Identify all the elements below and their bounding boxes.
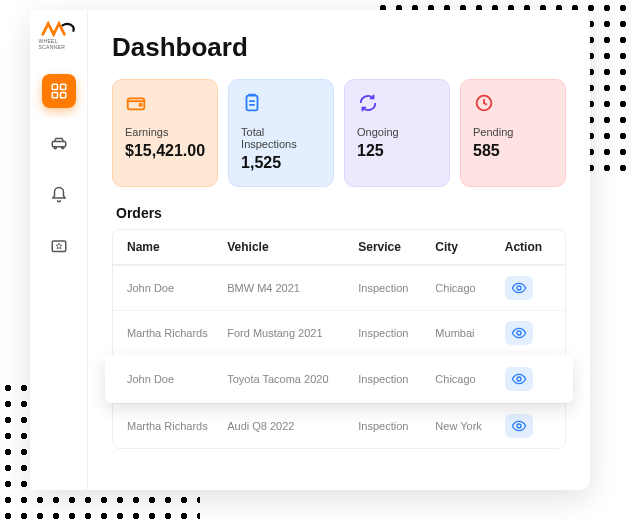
svg-point-12	[517, 286, 521, 290]
svg-rect-10	[247, 96, 258, 111]
svg-point-9	[139, 104, 141, 106]
svg-point-14	[517, 377, 521, 381]
svg-rect-2	[52, 93, 57, 98]
cell-city: Chicago	[435, 373, 504, 385]
cell-service: Inspection	[358, 420, 435, 432]
car-icon	[50, 134, 68, 152]
view-button[interactable]	[505, 321, 533, 345]
nav-dashboard[interactable]	[42, 74, 76, 108]
col-service: Service	[358, 240, 435, 254]
refresh-icon	[357, 92, 379, 114]
svg-point-15	[517, 424, 521, 428]
card-label: Earnings	[125, 126, 205, 138]
svg-rect-1	[60, 84, 65, 89]
card-earnings[interactable]: Earnings $15,421.00	[112, 79, 218, 187]
cell-vehicle: BMW M4 2021	[227, 282, 358, 294]
orders-table: Name Vehicle Service City Action John Do…	[112, 229, 566, 449]
stat-cards: Earnings $15,421.00 Total Inspections 1,…	[112, 79, 566, 187]
cell-service: Inspection	[358, 373, 435, 385]
star-badge-icon	[50, 238, 68, 256]
cell-name: Martha Richards	[127, 327, 227, 339]
card-inspections[interactable]: Total Inspections 1,525	[228, 79, 334, 187]
table-row[interactable]: Martha Richards Audi Q8 2022 Inspection …	[113, 403, 565, 448]
cell-vehicle: Audi Q8 2022	[227, 420, 358, 432]
svg-rect-0	[52, 84, 57, 89]
card-value: $15,421.00	[125, 142, 205, 160]
sidebar: WHEEL SCANNER	[30, 10, 88, 490]
clipboard-icon	[241, 92, 263, 114]
cell-city: Chicago	[435, 282, 504, 294]
table-row[interactable]: John Doe Toyota Tacoma 2020 Inspection C…	[105, 355, 573, 403]
cell-city: Mumbai	[435, 327, 504, 339]
cell-name: John Doe	[127, 282, 227, 294]
cell-service: Inspection	[358, 327, 435, 339]
cell-vehicle: Ford Mustang 2021	[227, 327, 358, 339]
nav-notifications[interactable]	[42, 178, 76, 212]
eye-icon	[511, 280, 527, 296]
col-vehicle: Vehicle	[227, 240, 358, 254]
view-button[interactable]	[505, 276, 533, 300]
table-row[interactable]: John Doe BMW M4 2021 Inspection Chicago	[113, 265, 565, 310]
card-label: Total Inspections	[241, 126, 321, 150]
col-name: Name	[127, 240, 227, 254]
card-label: Pending	[473, 126, 553, 138]
table-header: Name Vehicle Service City Action	[113, 230, 565, 265]
eye-icon	[511, 371, 527, 387]
table-row[interactable]: Martha Richards Ford Mustang 2021 Inspec…	[113, 310, 565, 355]
orders-title: Orders	[112, 205, 566, 221]
logo-icon	[41, 20, 77, 38]
col-city: City	[435, 240, 504, 254]
bell-icon	[50, 186, 68, 204]
card-pending[interactable]: Pending 585	[460, 79, 566, 187]
card-ongoing[interactable]: Ongoing 125	[344, 79, 450, 187]
cell-city: New York	[435, 420, 504, 432]
cell-name: John Doe	[127, 373, 227, 385]
cell-service: Inspection	[358, 282, 435, 294]
clock-icon	[473, 92, 495, 114]
svg-point-13	[517, 331, 521, 335]
wallet-icon	[125, 92, 147, 114]
eye-icon	[511, 325, 527, 341]
card-label: Ongoing	[357, 126, 437, 138]
card-value: 1,525	[241, 154, 321, 172]
view-button[interactable]	[505, 414, 533, 438]
col-action: Action	[505, 240, 542, 254]
cell-name: Martha Richards	[127, 420, 227, 432]
page-title: Dashboard	[112, 32, 566, 63]
card-value: 125	[357, 142, 437, 160]
app-window: WHEEL SCANNER	[30, 10, 590, 490]
eye-icon	[511, 418, 527, 434]
grid-icon	[50, 82, 68, 100]
logo-text: WHEEL SCANNER	[39, 38, 79, 50]
nav-reviews[interactable]	[42, 230, 76, 264]
card-value: 585	[473, 142, 553, 160]
nav-vehicles[interactable]	[42, 126, 76, 160]
svg-rect-3	[60, 93, 65, 98]
cell-vehicle: Toyota Tacoma 2020	[227, 373, 358, 385]
logo: WHEEL SCANNER	[39, 20, 79, 50]
main-content: Dashboard Earnings $15,421.00 Total Insp…	[88, 10, 590, 490]
view-button[interactable]	[505, 367, 533, 391]
